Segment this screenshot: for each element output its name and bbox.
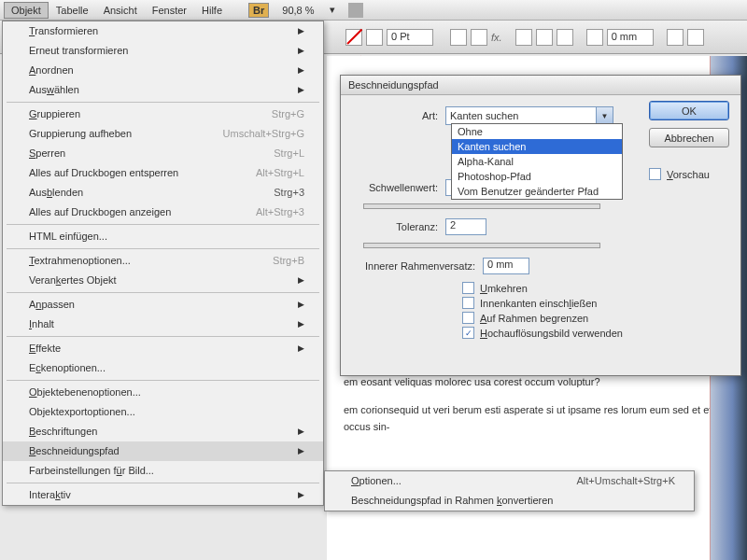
- separator: [7, 380, 319, 381]
- innenkanten-checkbox[interactable]: [462, 297, 474, 309]
- align-icon[interactable]: [557, 29, 573, 46]
- toleranz-slider[interactable]: [363, 243, 600, 248]
- innenkanten-label: Innenkanten einschließen: [480, 298, 597, 309]
- combo-option[interactable]: Vom Benutzer geänderter Pfad: [452, 184, 622, 199]
- menu-item[interactable]: Beschriftungen▶: [3, 422, 323, 441]
- align-icon[interactable]: [515, 29, 532, 46]
- art-dropdown-list: OhneKanten suchenAlpha-KanalPhotoshop-Pf…: [451, 123, 623, 200]
- menu-item[interactable]: Objektebenenoptionen...: [3, 383, 323, 402]
- menu-tabelle[interactable]: Tabelle: [49, 2, 96, 19]
- beschneidungspfad-submenu: Optionen...Alt+Umschalt+Strg+KBeschneidu…: [324, 470, 695, 511]
- fx-icon[interactable]: [450, 29, 467, 46]
- submenu-item: Beschneidungspfad in Rahmen konvertieren: [325, 491, 694, 511]
- menu-item[interactable]: Verankertes Objekt▶: [3, 271, 323, 290]
- combo-option[interactable]: Ohne: [452, 124, 622, 139]
- chevron-right-icon: ▶: [298, 83, 304, 97]
- menu-item: Alles auf Druckbogen anzeigenAlt+Strg+3: [3, 203, 323, 222]
- rahmenversatz-input[interactable]: 0 mm: [483, 258, 529, 274]
- separator: [7, 224, 319, 225]
- hochaufloesung-label: Hochauflösungsbild verwenden: [480, 328, 623, 339]
- chevron-right-icon: ▶: [298, 273, 304, 287]
- menu-item[interactable]: Auswählen▶: [3, 80, 323, 100]
- menu-objekt[interactable]: Objekt: [4, 2, 49, 19]
- schwellenwert-slider[interactable]: [363, 203, 600, 209]
- menu-item[interactable]: Objektexportoptionen...: [3, 402, 323, 422]
- menu-item[interactable]: Transformieren▶: [3, 21, 323, 41]
- aufrahmen-checkbox[interactable]: [462, 312, 474, 324]
- zoom-level[interactable]: 90,8 %: [275, 2, 321, 19]
- umkehren-checkbox[interactable]: [462, 282, 474, 294]
- combo-option[interactable]: Kanten suchen: [452, 139, 622, 154]
- menu-item[interactable]: Inhalt▶: [3, 315, 323, 334]
- chevron-right-icon: ▶: [298, 317, 304, 331]
- fill-none-icon[interactable]: [345, 29, 362, 46]
- stroke-weight[interactable]: 0 Pt: [387, 29, 433, 46]
- ok-button[interactable]: OK: [649, 101, 729, 120]
- menu-item: GruppierenStrg+G: [3, 105, 323, 124]
- chevron-right-icon: ▶: [298, 342, 304, 356]
- toleranz-input[interactable]: 2: [445, 218, 486, 235]
- chevron-right-icon: ▶: [298, 24, 304, 38]
- menu-item[interactable]: HTML einfügen...: [3, 227, 323, 246]
- schwellenwert-label: Schwellenwert:: [352, 182, 445, 193]
- menu-fenster[interactable]: Fenster: [145, 2, 194, 19]
- bridge-button[interactable]: Br: [248, 3, 269, 18]
- umkehren-label: Umkehren: [480, 283, 528, 294]
- separator: [7, 102, 319, 103]
- art-combobox[interactable]: Kanten suchen ▼: [445, 106, 613, 125]
- menu-item[interactable]: Interaktiv▶: [3, 485, 323, 505]
- menu-item: Eckenoptionen...: [3, 358, 323, 378]
- chevron-right-icon: ▶: [298, 488, 304, 502]
- menu-item: SperrenStrg+L: [3, 144, 323, 163]
- separator: [7, 248, 319, 249]
- chevron-right-icon: ▶: [298, 44, 304, 58]
- cancel-button[interactable]: Abbrechen: [649, 128, 729, 147]
- toleranz-label: Toleranz:: [352, 221, 445, 232]
- clipping-path-dialog: Beschneidungspfad OK Abbrechen VVorschau…: [340, 75, 741, 376]
- separator: [7, 483, 319, 483]
- menu-item[interactable]: Effekte▶: [3, 339, 323, 358]
- menubar: Objekt Tabelle Ansicht Fenster Hilfe Br …: [0, 0, 747, 21]
- menu-item[interactable]: Anordnen▶: [3, 61, 323, 80]
- menu-ansicht[interactable]: Ansicht: [96, 2, 145, 19]
- menu-item[interactable]: Erneut transformieren▶: [3, 41, 323, 61]
- menu-item: Alles auf Druckbogen entsperrenAlt+Strg+…: [3, 163, 323, 183]
- wrap-icon[interactable]: [687, 29, 704, 46]
- chevron-down-icon[interactable]: ▾: [322, 1, 343, 19]
- align-icon[interactable]: [536, 29, 553, 46]
- menu-item[interactable]: Beschneidungspfad▶: [3, 441, 323, 461]
- fx-icon[interactable]: [471, 29, 487, 46]
- body-text: em corionsequid ut veri berum esti asper…: [344, 401, 730, 435]
- menu-item: Gruppierung aufhebenUmschalt+Strg+G: [3, 124, 323, 144]
- chevron-right-icon: ▶: [298, 298, 304, 312]
- submenu-item[interactable]: Optionen...Alt+Umschalt+Strg+K: [325, 471, 694, 491]
- chevron-down-icon[interactable]: ▼: [596, 107, 613, 124]
- menu-item[interactable]: Farbeinstellungen für Bild...: [3, 461, 323, 481]
- separator: [348, 3, 363, 18]
- stroke-icon[interactable]: [366, 29, 383, 46]
- menu-item: Textrahmenoptionen...Strg+B: [3, 251, 323, 271]
- vorschau-label: VVorschauorschau: [667, 169, 710, 180]
- hochaufloesung-checkbox[interactable]: ✓: [462, 327, 474, 339]
- menu-hilfe[interactable]: Hilfe: [194, 2, 230, 19]
- chevron-right-icon: ▶: [298, 63, 304, 77]
- vorschau-checkbox[interactable]: [649, 168, 661, 180]
- rahmenversatz-label: Innerer Rahmenversatz:: [352, 260, 483, 272]
- frame-icon[interactable]: [586, 29, 603, 46]
- wrap-icon[interactable]: [667, 29, 684, 46]
- dialog-title: Beschneidungspfad: [341, 76, 740, 95]
- combo-option[interactable]: Alpha-Kanal: [452, 154, 622, 169]
- separator: [7, 292, 319, 293]
- chevron-right-icon: ▶: [298, 444, 304, 458]
- separator: [7, 336, 319, 337]
- combo-option[interactable]: Photoshop-Pfad: [452, 169, 622, 184]
- menu-item[interactable]: AusblendenStrg+3: [3, 183, 323, 203]
- aufrahmen-label: Auf Rahmen begrenzen: [480, 313, 588, 324]
- chevron-right-icon: ▶: [298, 425, 304, 439]
- frame-offset[interactable]: 0 mm: [607, 29, 654, 46]
- art-label: Art:: [352, 110, 445, 121]
- menu-item[interactable]: Anpassen▶: [3, 295, 323, 315]
- objekt-menu: Transformieren▶Erneut transformieren▶Ano…: [2, 21, 324, 506]
- fx-label[interactable]: fx.: [491, 32, 502, 43]
